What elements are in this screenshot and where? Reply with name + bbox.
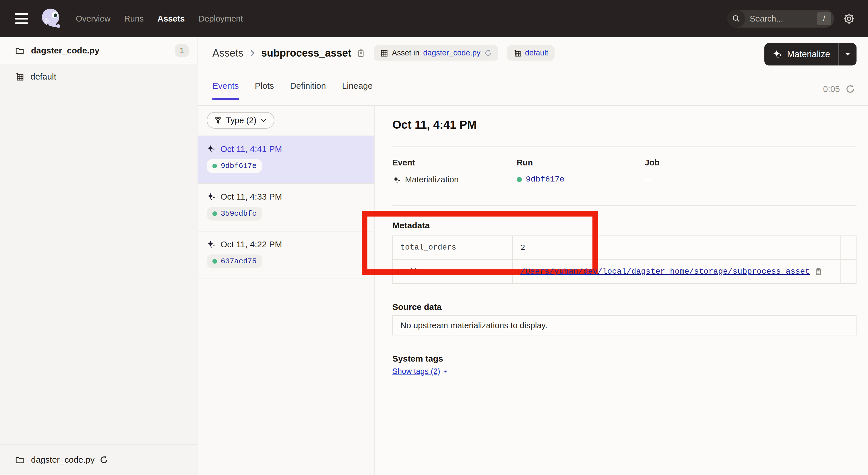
system-tags-section-title: System tags: [392, 354, 443, 363]
sidebar-group-label: default: [30, 72, 56, 82]
search-shortcut-badge: /: [817, 12, 831, 25]
event-timestamp: Oct 11, 4:33 PM: [220, 192, 282, 202]
divider: [392, 205, 857, 206]
event-list-panel: Type (2) Oct 11, 4:41 PM: [198, 106, 375, 475]
search-icon: [727, 10, 745, 28]
tag-code-location-link[interactable]: dagster_code.py: [423, 49, 480, 57]
caret-down-icon: [443, 370, 448, 373]
materialize-dropdown-button[interactable]: [839, 43, 857, 65]
materialization-sparkle-icon: [207, 192, 216, 201]
metadata-table: total_orders 2 path /Users/yuhan/dev/loc…: [392, 236, 857, 284]
run-badge[interactable]: 637aed75: [207, 255, 262, 268]
event-list-item[interactable]: Oct 11, 4:33 PM 359cdbfc: [198, 184, 374, 232]
divider: [392, 146, 857, 147]
sidebar-item-code-location[interactable]: dagster_code.py 1: [0, 37, 197, 64]
folder-icon: [15, 46, 25, 55]
refresh-icon[interactable]: [845, 84, 856, 94]
refresh-countdown: 0:05: [823, 84, 840, 94]
run-status-dot: [212, 211, 217, 216]
asset-name-title: subprocess_asset: [261, 47, 351, 59]
run-status-dot: [212, 259, 217, 264]
asset-sidebar: dagster_code.py 1 default dagster_code.p…: [0, 37, 197, 475]
path-link[interactable]: /Users/yuhan/dev/local/dagster_home/stor…: [520, 267, 810, 276]
event-type-filter-button[interactable]: Type (2): [207, 112, 274, 129]
run-column-label: Run: [517, 158, 645, 168]
reload-icon[interactable]: [484, 49, 492, 57]
materialize-label: Materialize: [787, 49, 830, 59]
materialization-sparkle-icon: [392, 175, 401, 184]
copy-path-icon[interactable]: [814, 267, 823, 276]
asset-tabs: Events Plots Definition Lineage: [212, 81, 373, 100]
asset-group-tag[interactable]: default: [507, 46, 555, 61]
code-location-grid-icon: [380, 49, 388, 57]
search-placeholder: Search...: [750, 14, 817, 24]
event-rows: Oct 11, 4:41 PM 9dbf617e Oct: [198, 136, 374, 279]
metadata-section-title: Metadata: [392, 220, 430, 230]
dagster-asset-page: Overview Runs Assets Deployment Search..…: [0, 0, 868, 475]
run-id-link[interactable]: 359cdbfc: [221, 209, 257, 218]
sidebar-footer-label: dagster_code.py: [31, 455, 95, 465]
run-badge[interactable]: 9dbf617e: [207, 159, 262, 173]
sidebar-footer-code-location[interactable]: dagster_code.py: [0, 444, 197, 475]
event-detail-panel: Oct 11, 4:41 PM Event Materialization: [375, 106, 868, 475]
dagster-logo-icon[interactable]: [39, 7, 63, 30]
source-data-section-title: Source data: [392, 302, 442, 312]
metadata-key: path: [393, 260, 513, 283]
job-column-label: Job: [645, 158, 857, 168]
nav-links: Overview Runs Assets Deployment: [76, 14, 243, 24]
materialization-sparkle-icon: [207, 240, 216, 249]
materialize-button[interactable]: Materialize: [764, 43, 838, 65]
hamburger-menu-icon[interactable]: [15, 13, 28, 24]
tag-group-link[interactable]: default: [525, 49, 548, 57]
folder-icon: [15, 455, 25, 465]
tab-definition[interactable]: Definition: [290, 81, 326, 100]
chevron-down-icon: [260, 117, 267, 124]
metadata-empty-cell: [841, 236, 856, 260]
asset-definition-tag[interactable]: Asset in dagster_code.py: [374, 46, 498, 61]
event-list-item[interactable]: Oct 11, 4:22 PM 637aed75: [198, 232, 374, 279]
search-input[interactable]: Search... /: [727, 10, 834, 28]
event-list-item[interactable]: Oct 11, 4:41 PM 9dbf617e: [198, 136, 374, 184]
nav-item-overview[interactable]: Overview: [76, 14, 111, 24]
metadata-value: /Users/yuhan/dev/local/dagster_home/stor…: [513, 260, 841, 283]
nav-item-assets[interactable]: Assets: [158, 14, 185, 24]
refresh-timer: 0:05: [823, 84, 856, 94]
run-status-dot: [517, 177, 522, 182]
metadata-key: total_orders: [393, 236, 513, 260]
job-value: —: [645, 175, 653, 184]
tab-plots[interactable]: Plots: [255, 81, 274, 100]
nav-item-deployment[interactable]: Deployment: [198, 14, 243, 24]
event-detail-heading: Oct 11, 4:41 PM: [392, 118, 476, 131]
filter-funnel-icon: [214, 117, 222, 124]
show-tags-toggle[interactable]: Show tags (2): [392, 367, 448, 376]
run-id-link[interactable]: 9dbf617e: [221, 162, 257, 170]
asset-group-grid-icon: [513, 49, 521, 57]
materialization-sparkle-icon: [207, 144, 216, 154]
materialize-split-button: Materialize: [764, 43, 857, 65]
tag-prefix: Asset in: [392, 49, 420, 57]
run-status-dot: [212, 164, 217, 168]
settings-gear-icon[interactable]: [843, 12, 856, 25]
show-tags-label: Show tags (2): [392, 367, 440, 376]
chevron-right-icon: [249, 49, 256, 58]
sidebar-item-default-group[interactable]: default: [0, 72, 197, 82]
source-data-empty-box: No upstream materializations to display.: [392, 315, 857, 335]
reload-icon[interactable]: [99, 455, 108, 464]
event-type-value: Materialization: [405, 175, 459, 184]
nav-item-runs[interactable]: Runs: [124, 14, 144, 24]
event-column-label: Event: [392, 158, 517, 168]
breadcrumb-assets-link[interactable]: Assets: [212, 47, 243, 59]
run-badge[interactable]: 359cdbfc: [207, 207, 262, 220]
run-id-link[interactable]: 9dbf617e: [526, 175, 564, 184]
metadata-value: 2: [513, 236, 841, 260]
source-data-empty-message: No upstream materializations to display.: [400, 321, 547, 330]
caret-down-icon: [845, 52, 850, 56]
tab-events[interactable]: Events: [212, 81, 239, 100]
run-id-link[interactable]: 637aed75: [221, 257, 257, 266]
breadcrumb: Assets subprocess_asset Asset in dagster…: [212, 46, 555, 61]
metadata-empty-cell: [841, 260, 856, 283]
filter-label: Type (2): [226, 116, 256, 125]
tab-lineage[interactable]: Lineage: [342, 81, 373, 100]
event-timestamp: Oct 11, 4:41 PM: [220, 144, 282, 154]
copy-asset-name-icon[interactable]: [356, 49, 365, 58]
